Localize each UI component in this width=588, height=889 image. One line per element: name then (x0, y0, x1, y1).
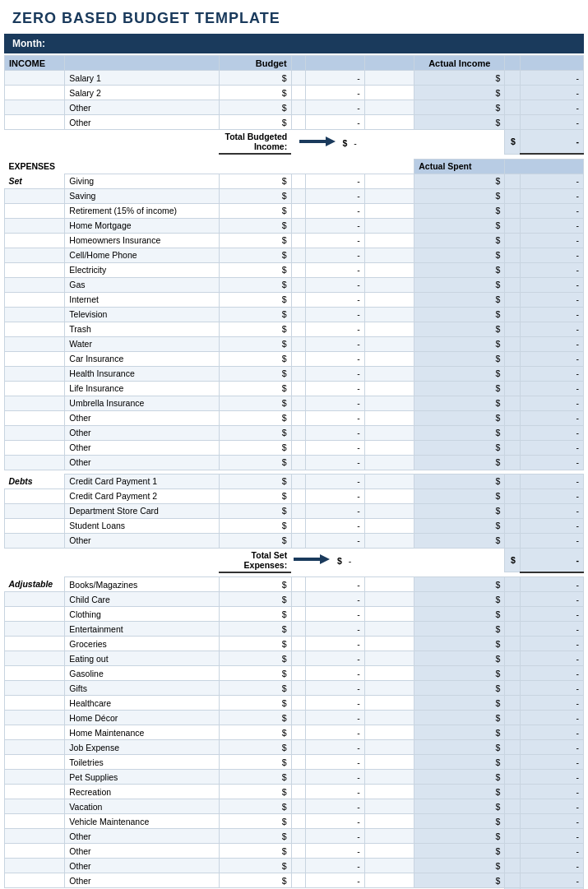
table-row: Eating out $ - $- (5, 651, 584, 666)
total-income-arrow-cell: $ - (291, 130, 364, 155)
actual-income-label-1: $ (414, 71, 505, 86)
table-row: Entertainment $ - $- (5, 622, 584, 637)
income-cat-2 (5, 86, 65, 100)
table-row: Job Expense $ - $- (5, 740, 584, 755)
income-name-1: Salary 1 (65, 71, 219, 86)
table-row: Other $ - $- (5, 844, 584, 859)
total-set-actual-value: - (520, 548, 583, 572)
table-row: Vacation $ - $- (5, 799, 584, 814)
table-row: Retirement (15% of income) $ - $- (5, 203, 584, 218)
income-spacer-3 (364, 100, 414, 115)
expenses-spacer (364, 159, 414, 174)
table-row: Other $ - $ - (5, 100, 584, 115)
table-row: Homeowners Insurance $ - $- (5, 233, 584, 248)
table-row: Pet Supplies $ - $- (5, 770, 584, 785)
income-header-row: INCOME Budget Actual Income (5, 56, 584, 71)
total-actual-income-empty (414, 130, 505, 155)
total-set-dollar: $ (337, 556, 342, 566)
month-bar: Month: (4, 34, 584, 53)
income-spacer (364, 56, 414, 71)
table-row: Home Maintenance $ - $- (5, 725, 584, 740)
income-dollar-col (291, 56, 305, 71)
set-label-cell: Set (5, 174, 65, 188)
income-value-col (306, 56, 365, 71)
table-row: Child Care $ - $- (5, 592, 584, 607)
set-item-saving: Saving (65, 188, 219, 203)
income-budget-label-2: $ (219, 86, 291, 100)
table-row: Set Giving $ - $ - (5, 174, 584, 188)
income-value-2: - (306, 86, 365, 100)
income-value-4: - (306, 115, 365, 130)
total-income-dollar: $ (342, 138, 347, 148)
table-row: Television $ - $- (5, 307, 584, 322)
table-row: Health Insurance $ - $- (5, 366, 584, 381)
actual-income-value-1: - (520, 71, 583, 86)
actual-income-header: Actual Income (414, 56, 505, 71)
table-row: Water $ - $- (5, 336, 584, 351)
total-set-value: - (349, 556, 352, 566)
table-row: Other $ - $- (5, 533, 584, 548)
table-row: Home Mortgage $ - $- (5, 218, 584, 233)
total-income-spacer (364, 130, 414, 155)
income-cat-3 (5, 100, 65, 115)
income-dollar-3 (291, 100, 305, 115)
debts-label-cell: Debts (5, 474, 65, 488)
table-row: Salary 1 $ - $ - (5, 71, 584, 86)
actual-income-dollar-3 (505, 100, 521, 115)
budget-header: Budget (219, 56, 291, 71)
actual-income-dollar-1 (505, 71, 521, 86)
income-value-1: - (306, 71, 365, 86)
table-row: Gasoline $ - $- (5, 666, 584, 681)
adjustable-label-cell: Adjustable (5, 577, 65, 592)
table-row: Debts Credit Card Payment 1 $ - $- (5, 474, 584, 488)
income-budget-label-4: $ (219, 115, 291, 130)
table-row: Other $ - $- (5, 859, 584, 873)
table-row: Life Insurance $ - $- (5, 381, 584, 396)
income-spacer-1 (364, 71, 414, 86)
income-value-3: - (306, 100, 365, 115)
total-set-label: Total Set Expenses: (219, 548, 291, 572)
table-row: Internet $ - $- (5, 292, 584, 307)
table-row: Other $ - $- (5, 425, 584, 440)
table-row: Other $ - $- (5, 829, 584, 844)
table-row: Cell/Home Phone $ - $- (5, 248, 584, 262)
total-income-label: Total Budgeted Income: (219, 130, 291, 155)
table-row: Recreation $ - $- (5, 785, 584, 799)
set-item-giving: Giving (65, 174, 219, 188)
budget-table: INCOME Budget Actual Income Salary 1 $ -… (4, 55, 584, 889)
income-spacer-4 (364, 115, 414, 130)
table-row: Adjustable Books/Magazines $ - $- (5, 577, 584, 592)
income-name-4: Other (65, 115, 219, 130)
income-dollar-2 (291, 86, 305, 100)
set-dollar2-giving (291, 174, 305, 188)
table-row: Clothing $ - $- (5, 607, 584, 622)
income-spacer-2 (364, 86, 414, 100)
income-name-2: Salary 2 (65, 86, 219, 100)
total-income-arrow (299, 137, 340, 146)
table-row: Other $ - $- (5, 440, 584, 455)
actual-income-label-3: $ (414, 100, 505, 115)
actual-income-value-4: - (520, 115, 583, 130)
set-value-giving: - (306, 174, 365, 188)
actual-income-value-2: - (520, 86, 583, 100)
total-income-empty-1 (5, 130, 65, 155)
table-row: Toiletries $ - $- (5, 755, 584, 770)
income-name-3: Other (65, 100, 219, 115)
actual-income-label-2: $ (414, 86, 505, 100)
table-row: Other $ - $- (5, 410, 584, 425)
table-row: Electricity $ - $- (5, 262, 584, 277)
set-item-retirement: Retirement (15% of income) (65, 203, 219, 218)
table-row: Trash $ - $- (5, 322, 584, 336)
total-income-value: - (354, 138, 357, 148)
set-dollar-giving: $ (219, 174, 291, 188)
actual-income-dollar-4 (505, 115, 521, 130)
total-actual-income-value: - (520, 130, 583, 155)
actual-income-dollar-header (505, 56, 521, 71)
table-row: Gas $ - $- (5, 277, 584, 292)
actual-income-label-4: $ (414, 115, 505, 130)
table-row: Other $ - $- (5, 455, 584, 470)
total-income-row: Total Budgeted Income: $ - $ - (5, 130, 584, 155)
income-name-col (65, 56, 219, 71)
expenses-label: EXPENSES (5, 159, 65, 174)
actual-spent-header: Actual Spent (414, 159, 505, 174)
